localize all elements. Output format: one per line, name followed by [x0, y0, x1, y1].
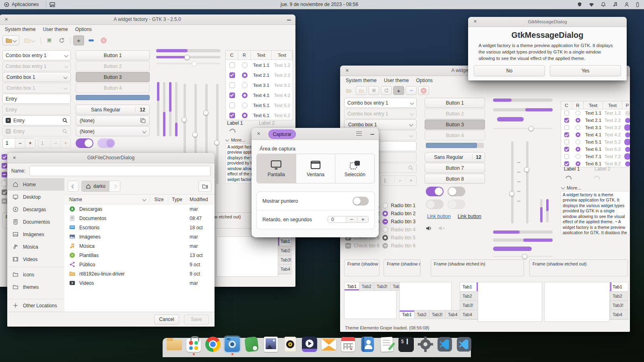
- dock-mail[interactable]: [320, 335, 338, 353]
- radio-button[interactable]: Radio btn 2: [382, 210, 415, 218]
- combo-box-entry[interactable]: Combo box entry 1: [2, 50, 71, 60]
- volume-icon[interactable]: [426, 226, 433, 231]
- save-button[interactable]: [368, 86, 379, 95]
- sidebar-item-documents[interactable]: Documentos: [7, 216, 64, 228]
- table-row[interactable]: Text 6.1Text 6.2: [561, 146, 630, 153]
- menu-user-theme[interactable]: User theme: [39, 27, 72, 32]
- menu-system-theme[interactable]: System theme: [342, 78, 380, 83]
- close-icon[interactable]: [344, 67, 351, 74]
- menu-user-theme[interactable]: User theme: [380, 78, 413, 83]
- cancel-button[interactable]: Cancel: [154, 315, 179, 325]
- button-1[interactable]: Button 1: [425, 98, 485, 108]
- minimize-icon[interactable]: [370, 134, 374, 135]
- sidebar-item-icons[interactable]: icons: [7, 268, 64, 281]
- dialog-titlebar[interactable]: GtkFileChooserDialog: [7, 153, 215, 163]
- table-row[interactable]: Text 4.1Text 4.2: [561, 131, 630, 138]
- button-3[interactable]: Button 3: [76, 72, 150, 82]
- file-row[interactable]: rtl8192eu-linux-driver9 oct: [64, 269, 215, 278]
- file-row[interactable]: Videosmar: [64, 278, 215, 288]
- button-7[interactable]: Button 7: [425, 163, 485, 173]
- tab[interactable]: Tab4: [460, 310, 478, 319]
- table-row[interactable]: Text 7.1Text 7.2: [561, 153, 630, 160]
- tab[interactable]: Tab4: [446, 311, 460, 319]
- tab[interactable]: Tab2: [460, 292, 478, 301]
- dock-terminal[interactable]: $ ▍: [397, 335, 415, 353]
- refresh-button[interactable]: [56, 35, 67, 45]
- table-row[interactable]: Text 6.1Text 6.2: [226, 110, 293, 120]
- yes-button[interactable]: Yes: [550, 65, 621, 76]
- tab[interactable]: Tab2: [359, 282, 374, 290]
- capture-button[interactable]: Capturar: [268, 130, 296, 139]
- file-row[interactable]: Plantillas13 oct: [64, 251, 215, 260]
- file-row[interactable]: Imágenesmar: [64, 232, 215, 241]
- table-row[interactable]: Text 2.1Text 2.2: [561, 117, 630, 124]
- add-toggle-button[interactable]: [73, 35, 84, 45]
- switch-off[interactable]: [448, 187, 465, 196]
- search-icon[interactable]: [62, 118, 68, 123]
- switch-on[interactable]: [426, 187, 444, 196]
- user-icon[interactable]: [624, 2, 629, 7]
- tab[interactable]: Tab3!: [374, 282, 390, 290]
- music-icon[interactable]: [613, 2, 617, 7]
- back-button[interactable]: [68, 181, 79, 192]
- file-row[interactable]: Escritorio18 oct: [64, 223, 215, 232]
- tab[interactable]: Tab3!: [429, 311, 446, 319]
- spin-plus[interactable]: +: [357, 216, 368, 222]
- menu-icon[interactable]: [356, 132, 362, 136]
- dock-notes[interactable]: [378, 335, 396, 353]
- file-row[interactable]: Público9 oct: [64, 260, 215, 269]
- sidebar-item-pictures[interactable]: Imágenes: [7, 228, 64, 241]
- left-titlebar[interactable]: A widget factory - GTK 3 - 2.5.0: [0, 14, 295, 25]
- close-icon[interactable]: [472, 18, 479, 25]
- vslider-knob[interactable]: [509, 191, 514, 196]
- remove-button[interactable]: [406, 86, 417, 95]
- slider-knob[interactable]: [528, 126, 534, 131]
- dock-video-player[interactable]: [301, 335, 318, 353]
- file-row[interactable]: Descargasmar: [64, 204, 215, 214]
- save-button[interactable]: [44, 35, 55, 45]
- font-button[interactable]: Sans Regular 12: [76, 105, 150, 115]
- font-button[interactable]: Sans Regular 12: [425, 152, 485, 162]
- dock-calendar[interactable]: [339, 335, 357, 353]
- table-row[interactable]: Text 4.1Text 4.2: [226, 90, 293, 100]
- sidebar-item-videos[interactable]: Videos: [7, 253, 64, 265]
- new-folder-button[interactable]: [198, 181, 211, 192]
- menu-options[interactable]: Options: [72, 27, 95, 32]
- clock[interactable]: jue. 9 de noviembre de 2023 - 08:56: [281, 2, 358, 7]
- link-button[interactable]: Link button: [427, 214, 451, 219]
- menu-system-theme[interactable]: System theme: [1, 27, 39, 32]
- tab[interactable]: Tab2: [610, 292, 628, 301]
- file-row[interactable]: Músicamar: [64, 241, 215, 251]
- dock-chrome[interactable]: [204, 335, 222, 353]
- column-type[interactable]: Type: [168, 197, 186, 202]
- close-icon[interactable]: [255, 130, 262, 137]
- tab[interactable]: Tab1: [345, 282, 359, 290]
- dock-settings[interactable]: [417, 335, 434, 353]
- window-layout-icon[interactable]: [50, 2, 55, 7]
- spin-minus[interactable]: −: [15, 138, 25, 148]
- dock-app-center[interactable]: [185, 335, 202, 353]
- dock-photos[interactable]: [262, 335, 280, 353]
- tab[interactable]: Tab1: [278, 237, 291, 246]
- file-chooser-button[interactable]: (None): [76, 115, 150, 125]
- switch-on[interactable]: [76, 138, 93, 148]
- column-size[interactable]: Size: [150, 197, 168, 202]
- tab[interactable]: Tab1: [400, 311, 415, 319]
- button-3[interactable]: Button 3: [425, 119, 485, 130]
- battery-icon[interactable]: [636, 2, 639, 7]
- show-pointer-switch[interactable]: [353, 197, 369, 206]
- tab[interactable]: Tab3!: [278, 255, 291, 265]
- minimize-icon[interactable]: [287, 20, 291, 21]
- close-icon[interactable]: [3, 16, 10, 23]
- tab[interactable]: Tab3!: [610, 301, 628, 310]
- option-screen[interactable]: Pantalla: [257, 154, 296, 183]
- tab[interactable]: Tab1: [610, 282, 628, 292]
- tab[interactable]: Tab4: [610, 310, 628, 319]
- table-row[interactable]: Text 3.1Text 3.2: [561, 124, 630, 131]
- column-modified[interactable]: Modified: [186, 197, 215, 202]
- clear-icon[interactable]: ×: [6, 118, 11, 123]
- dialog-titlebar[interactable]: GtkMessageDialog: [468, 17, 627, 27]
- refresh-button[interactable]: [381, 86, 392, 95]
- combo-box[interactable]: Combo box 1: [2, 72, 71, 82]
- tab[interactable]: Tab2: [278, 246, 291, 255]
